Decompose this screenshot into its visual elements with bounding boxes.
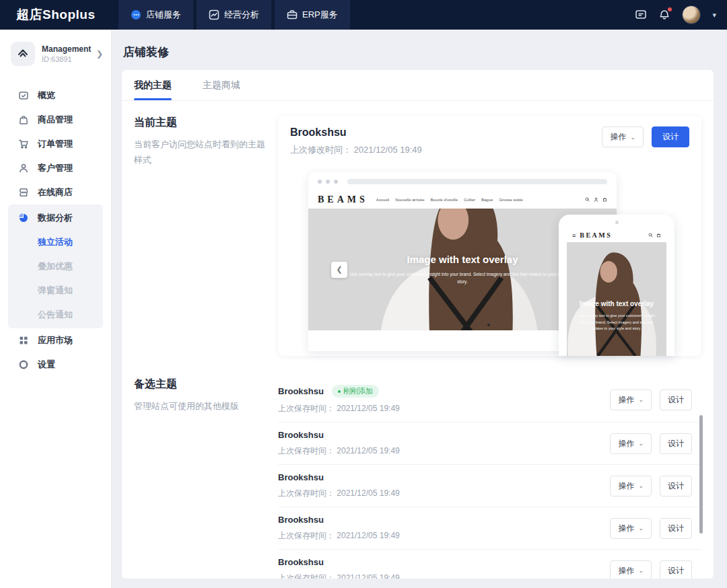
content-card: 我的主题 主题商城 当前主题 当前客户访问您站点时看到的主题样式 Brooksh… [122,70,714,579]
section-description: 管理站点可使用的其他模版 [134,398,267,414]
sidebar-item-products[interactable]: 商品管理 [0,108,111,132]
current-theme-panel: Brookshsu 上次修改时间： 2021/12/05 19:49 操作 ⌄ … [278,116,701,356]
brand-logo: BEAMS [318,194,368,205]
chevron-right-icon: ❯ [96,49,103,59]
topnav-label: 店铺服务 [146,9,181,21]
top-navbar: 超店Shoplus 店铺服务 经营分析 ERP服务 [0,0,727,30]
design-label: 设计 [668,480,684,492]
bell-icon[interactable] [658,9,670,21]
sidebar-item-settings[interactable]: 设置 [0,353,111,377]
theme-saved-time: 上次保存时间： 2021/12/05 19:49 [278,530,400,542]
current-theme-section: 当前主题 当前客户访问您站点时看到的主题样式 Brookshsu 上次修改时间：… [134,116,701,356]
sidebar-subitem-label: 叠加优惠 [38,260,73,272]
section-description: 当前客户访问您站点时看到的主题样式 [134,137,267,168]
chevron-down-icon: ⌄ [638,525,644,531]
address-bar [347,179,607,184]
sidebar-item-label: 客户管理 [38,162,73,174]
sidebar-group-analytics: 数据分析 独立活动 叠加优惠 弹窗通知 公告通知 [8,205,103,328]
action-dropdown-button[interactable]: 操作 ⌄ [602,126,644,147]
theme-name: Brookshsu [290,126,422,139]
sidebar-item-app-market[interactable]: 应用市场 [0,328,111,353]
sidebar-item-overview[interactable]: 概览 [0,83,111,108]
topnav-item-erp[interactable]: ERP服务 [275,0,350,30]
theme-name: Brookshsu [278,472,324,482]
sidebar: Management ID:63891 ❯ 概览 商品管理 订单管理 客户管理 [0,30,112,588]
tab-theme-mall[interactable]: 主题商城 [203,70,240,100]
sidebar-item-analytics[interactable]: 数据分析 [8,206,103,230]
action-dropdown-button[interactable]: 操作⌄ [610,433,652,454]
search-icon [585,197,590,202]
list-scrollbar-thumb[interactable] [699,415,703,534]
sidebar-item-label: 订单管理 [38,138,73,150]
carousel-prev-button[interactable]: ❮ [331,262,347,278]
cart-icon [18,139,29,149]
sidebar-item-online-store[interactable]: 在线商店 [0,180,111,205]
card-body: 当前主题 当前客户访问您站点时看到的主题样式 Brookshsu 上次修改时间：… [122,101,714,579]
phone-camera-dot [615,221,619,224]
main-content: 店铺装修 我的主题 主题商城 当前主题 当前客户访问您站点时看到的主题样式 [112,30,727,588]
theme-name: Brookshsu [278,515,324,525]
carousel-indicator-dot [487,324,490,326]
design-button[interactable]: 设计 [660,518,692,539]
topnav-item-analytics[interactable]: 经营分析 [197,0,271,30]
grid-icon [18,335,29,346]
design-button[interactable]: 设计 [660,560,692,579]
action-label: 操作 [618,565,634,577]
design-label: 设计 [662,131,679,143]
hamburger-menu-icon: ≡ [572,232,576,239]
design-button[interactable]: 设计 [652,126,689,147]
design-button[interactable]: 设计 [660,433,692,454]
design-button[interactable]: 设计 [660,476,692,497]
backup-theme-list: Brookshsu 刚刚添加 上次保存时间： 2021/12/05 19:49 … [278,377,701,579]
action-label: 操作 [618,480,634,492]
bag-icon [18,114,29,125]
sidebar-item-customers[interactable]: 客户管理 [0,156,111,180]
hero-title: Image with text overlay [580,299,654,309]
pie-chart-icon [18,213,29,223]
design-button[interactable]: 设计 [660,390,692,410]
notification-dot [668,7,672,11]
chevron-down-icon: ⌄ [638,440,644,447]
topnav-label: ERP服务 [302,9,338,21]
message-icon[interactable] [635,9,647,21]
theme-preview-mobile: ≡ BEAMS [559,215,674,356]
store-id: ID:63891 [42,55,91,63]
sidebar-item-label: 应用市场 [38,334,73,346]
bag-icon [602,197,607,202]
badge-label: 刚刚添加 [343,386,373,396]
user-avatar[interactable] [682,5,701,24]
mobile-site-header: ≡ BEAMS [567,228,666,242]
hero-subtitle: Use overlay text to give your customers … [576,313,657,332]
topnav-item-store-service[interactable]: 店铺服务 [118,0,193,30]
brand-logo: BEAMS [580,231,612,239]
store-switcher[interactable]: Management ID:63891 ❯ [0,39,111,69]
sidebar-subitem-standalone-campaign[interactable]: 独立活动 [8,230,103,254]
site-nav-link: Grosse solde [499,198,522,202]
theme-modified-time: 上次修改时间： 2021/12/05 19:49 [290,144,422,156]
overview-icon [18,90,29,101]
sidebar-subitem-label: 公告通知 [38,309,73,321]
tab-my-themes[interactable]: 我的主题 [134,70,172,100]
theme-saved-time: 上次保存时间： 2021/12/05 19:49 [278,573,400,579]
sidebar-subitem-label: 弹窗通知 [38,285,73,297]
action-dropdown-button[interactable]: 操作⌄ [610,560,652,579]
chevron-down-icon[interactable]: ▾ [712,11,716,20]
theme-saved-time: 上次保存时间： 2021/12/05 19:49 [278,403,400,414]
theme-list-row: Brookshsu 上次保存时间： 2021/12/05 19:49 操作⌄ 设… [278,422,701,465]
action-dropdown-button[interactable]: 操作⌄ [610,476,652,497]
design-label: 设计 [668,438,684,449]
site-nav-link: Bague [481,198,493,202]
action-dropdown-button[interactable]: 操作⌄ [610,390,652,410]
action-label: 操作 [618,438,634,449]
preview-site-nav: Accueil Nouvelle arrivée Boucle d'oreill… [376,198,523,202]
action-dropdown-button[interactable]: 操作⌄ [610,518,652,539]
sidebar-subitem-stacked-discount[interactable]: 叠加优惠 [8,254,103,279]
sidebar-item-orders[interactable]: 订单管理 [0,132,111,156]
tab-bar: 我的主题 主题商城 [122,70,714,101]
preview-site-header: BEAMS Accueil Nouvelle arrivée Boucle d'… [308,190,617,209]
sidebar-subitem-popup-notice[interactable]: 弹窗通知 [8,279,103,303]
chevron-down-icon: ⌄ [630,134,635,141]
sidebar-subitem-announcement[interactable]: 公告通知 [8,303,103,327]
chart-icon [209,9,219,20]
topnav-label: 经营分析 [224,9,259,21]
